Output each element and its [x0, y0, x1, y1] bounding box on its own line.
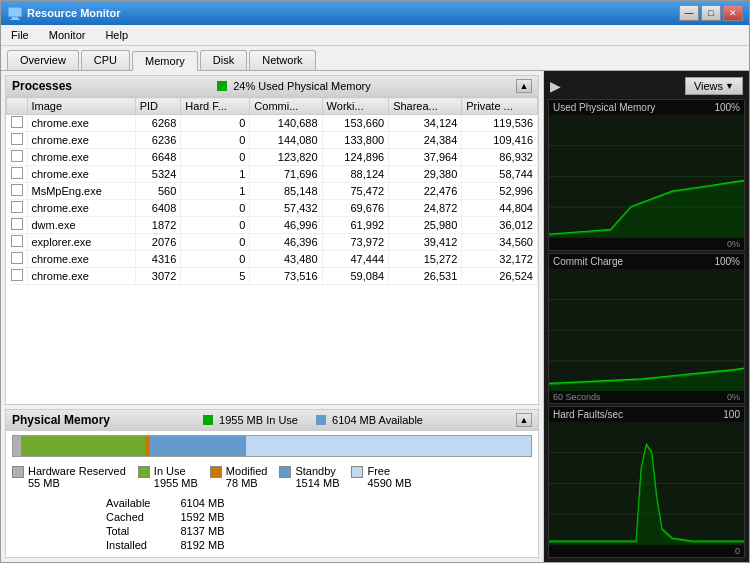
- processes-table: Image PID Hard F... Commi... Worki... Sh…: [6, 97, 538, 285]
- row-commit: 57,432: [250, 200, 322, 217]
- chart1-pct: 100%: [714, 102, 740, 113]
- blue-dot-mem: [316, 415, 326, 425]
- row-check[interactable]: [7, 149, 28, 166]
- row-image: chrome.exe: [27, 200, 135, 217]
- row-commit: 43,480: [250, 251, 322, 268]
- table-row[interactable]: chrome.exe 6648 0 123,820 124,896 37,964…: [7, 149, 538, 166]
- col-hardfaults[interactable]: Hard F...: [181, 98, 250, 115]
- row-check[interactable]: [7, 132, 28, 149]
- legend-hardware: Hardware Reserved 55 MB: [12, 465, 126, 489]
- physical-memory-title: Physical Memory: [12, 413, 110, 427]
- col-image[interactable]: Image: [27, 98, 135, 115]
- menu-file[interactable]: File: [5, 27, 35, 43]
- chart2-area: [549, 269, 744, 392]
- processes-collapse[interactable]: ▲: [516, 79, 532, 93]
- row-private: 44,804: [462, 200, 538, 217]
- row-pid: 1872: [135, 217, 181, 234]
- views-button[interactable]: Views ▼: [685, 77, 743, 95]
- row-commit: 123,820: [250, 149, 322, 166]
- processes-table-container[interactable]: Image PID Hard F... Commi... Worki... Sh…: [6, 97, 538, 404]
- processes-summary: 24% Used Physical Memory: [233, 80, 371, 92]
- tab-network[interactable]: Network: [249, 50, 315, 70]
- mem-legend: Hardware Reserved 55 MB In Use 1955 MB: [12, 465, 532, 489]
- table-row[interactable]: dwm.exe 1872 0 46,996 61,992 25,980 36,0…: [7, 217, 538, 234]
- row-image: MsMpEng.exe: [27, 183, 135, 200]
- svg-rect-0: [8, 7, 22, 17]
- close-button[interactable]: ✕: [723, 5, 743, 21]
- col-shared[interactable]: Sharea...: [389, 98, 462, 115]
- app-icon: [7, 5, 23, 21]
- row-working: 59,084: [322, 268, 389, 285]
- chart2-pct-bottom: 0%: [727, 392, 740, 402]
- row-pid: 6236: [135, 132, 181, 149]
- row-image: explorer.exe: [27, 234, 135, 251]
- chart3-title: Hard Faults/sec: [553, 409, 623, 420]
- mem-reserved-bar: [13, 436, 21, 456]
- physical-memory-section: Physical Memory 1955 MB In Use 6104 MB A…: [5, 409, 539, 558]
- col-pid[interactable]: PID: [135, 98, 181, 115]
- col-commit[interactable]: Commi...: [250, 98, 322, 115]
- menu-help[interactable]: Help: [99, 27, 134, 43]
- row-check[interactable]: [7, 115, 28, 132]
- maximize-button[interactable]: □: [701, 5, 721, 21]
- tab-overview[interactable]: Overview: [7, 50, 79, 70]
- tab-disk[interactable]: Disk: [200, 50, 247, 70]
- minimize-button[interactable]: —: [679, 5, 699, 21]
- row-check[interactable]: [7, 166, 28, 183]
- legend-standby-text: Standby 1514 MB: [295, 465, 339, 489]
- mem-stats: Available Cached Total Installed 6104 MB…: [106, 497, 532, 551]
- row-check[interactable]: [7, 217, 28, 234]
- row-check[interactable]: [7, 200, 28, 217]
- physical-memory-collapse[interactable]: ▲: [516, 413, 532, 427]
- row-working: 124,896: [322, 149, 389, 166]
- col-private[interactable]: Private ...: [462, 98, 538, 115]
- row-image: chrome.exe: [27, 149, 135, 166]
- menu-monitor[interactable]: Monitor: [43, 27, 92, 43]
- row-private: 32,172: [462, 251, 538, 268]
- legend-modified-color: [210, 466, 222, 478]
- row-working: 47,444: [322, 251, 389, 268]
- stat-labels: Available Cached Total Installed: [106, 497, 150, 551]
- table-row[interactable]: MsMpEng.exe 560 1 85,148 75,472 22,476 5…: [7, 183, 538, 200]
- tab-memory[interactable]: Memory: [132, 51, 198, 71]
- table-row[interactable]: chrome.exe 6236 0 144,080 133,800 24,384…: [7, 132, 538, 149]
- row-commit: 85,148: [250, 183, 322, 200]
- table-row[interactable]: chrome.exe 5324 1 71,696 88,124 29,380 5…: [7, 166, 538, 183]
- row-working: 61,992: [322, 217, 389, 234]
- row-shared: 25,980: [389, 217, 462, 234]
- processes-info: 24% Used Physical Memory: [217, 80, 371, 92]
- chart1-title: Used Physical Memory: [553, 102, 655, 113]
- row-private: 58,744: [462, 166, 538, 183]
- row-commit: 140,688: [250, 115, 322, 132]
- col-working[interactable]: Worki...: [322, 98, 389, 115]
- table-row[interactable]: chrome.exe 6408 0 57,432 69,676 24,872 4…: [7, 200, 538, 217]
- chart1-area: [549, 115, 744, 238]
- right-panel-top: ▶ Views ▼: [548, 75, 745, 97]
- left-panel: Processes 24% Used Physical Memory ▲ Ima…: [1, 71, 544, 562]
- col-check[interactable]: [7, 98, 28, 115]
- green-dot-mem: [203, 415, 213, 425]
- row-private: 36,012: [462, 217, 538, 234]
- chart3-pct-bottom: 0: [735, 546, 740, 556]
- row-check[interactable]: [7, 183, 28, 200]
- row-check[interactable]: [7, 251, 28, 268]
- row-check[interactable]: [7, 268, 28, 285]
- row-private: 109,416: [462, 132, 538, 149]
- green-indicator: [217, 81, 227, 91]
- row-pid: 6648: [135, 149, 181, 166]
- table-row[interactable]: chrome.exe 6268 0 140,688 153,660 34,124…: [7, 115, 538, 132]
- processes-title: Processes: [12, 79, 72, 93]
- row-check[interactable]: [7, 234, 28, 251]
- chart1-header: Used Physical Memory 100%: [549, 100, 744, 115]
- row-commit: 46,996: [250, 217, 322, 234]
- stat-values: 6104 MB 1592 MB 8137 MB 8192 MB: [180, 497, 224, 551]
- table-row[interactable]: explorer.exe 2076 0 46,396 73,972 39,412…: [7, 234, 538, 251]
- row-commit: 73,516: [250, 268, 322, 285]
- tab-cpu[interactable]: CPU: [81, 50, 130, 70]
- table-row[interactable]: chrome.exe 3072 5 73,516 59,084 26,531 2…: [7, 268, 538, 285]
- row-private: 26,524: [462, 268, 538, 285]
- expand-icon[interactable]: ▶: [550, 78, 561, 94]
- main-window: Resource Monitor — □ ✕ File Monitor Help…: [0, 0, 750, 563]
- table-row[interactable]: chrome.exe 4316 0 43,480 47,444 15,272 3…: [7, 251, 538, 268]
- chart-hard-faults: Hard Faults/sec 100 0: [548, 406, 745, 558]
